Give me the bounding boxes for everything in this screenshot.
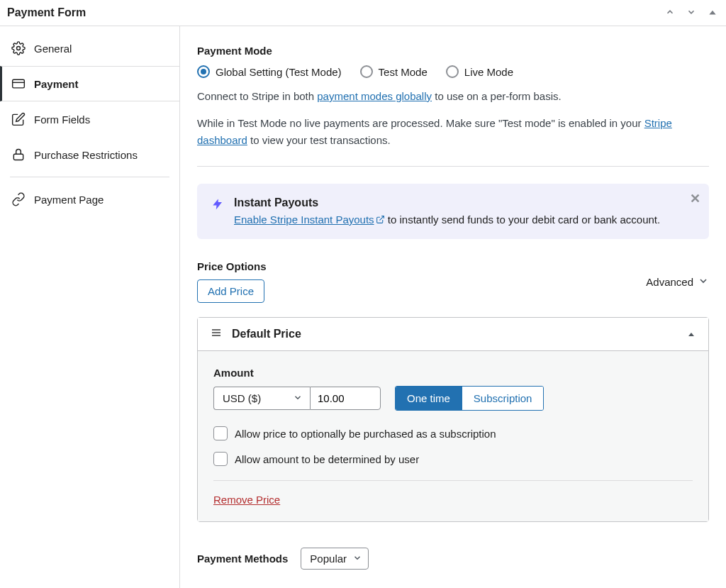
notice-body: Instant Payouts Enable Stripe Instant Pa… (234, 196, 695, 226)
payment-mode-label: Payment Mode (197, 45, 709, 57)
layout: General Payment Form Fields Purchase Res… (0, 26, 726, 588)
radio-label: Global Setting (Test Mode) (216, 66, 342, 78)
one-time-button[interactable]: One time (396, 387, 462, 410)
advanced-toggle[interactable]: Advanced (646, 275, 709, 289)
price-options-left: Price Options Add Price (197, 260, 267, 303)
instant-payouts-notice: ✕ Instant Payouts Enable Stripe Instant … (197, 184, 709, 239)
radio-icon (197, 65, 210, 78)
sidebar-divider (10, 177, 169, 177)
currency-amount-group: USD ($) (213, 387, 381, 410)
divider (197, 166, 709, 167)
svg-point-1 (17, 47, 21, 50)
payment-methods-row: Payment Methods Popular (197, 548, 709, 570)
radio-label: Test Mode (379, 66, 428, 78)
remove-price-link[interactable]: Remove Price (213, 494, 280, 506)
svg-marker-9 (688, 333, 694, 336)
panel-header-actions (665, 7, 717, 19)
allow-subscription-checkbox-row[interactable]: Allow price to optionally be purchased a… (213, 426, 693, 440)
add-price-button[interactable]: Add Price (197, 279, 264, 303)
price-card-header[interactable]: Default Price (198, 318, 708, 351)
content: Payment Mode Global Setting (Test Mode) … (180, 26, 726, 588)
svg-line-5 (379, 216, 384, 221)
sidebar: General Payment Form Fields Purchase Res… (0, 26, 180, 588)
help-suffix: to use on a per-form basis. (432, 90, 562, 102)
external-link-icon (376, 214, 385, 226)
drag-handle-icon[interactable] (211, 328, 222, 340)
sidebar-item-payment-page[interactable]: Payment Page (0, 182, 179, 217)
edit-icon (11, 112, 26, 126)
gear-icon (11, 41, 26, 55)
currency-value: USD ($) (223, 392, 261, 404)
sidebar-item-purchase-restrictions[interactable]: Purchase Restrictions (0, 137, 179, 172)
notice-text: Enable Stripe Instant Payouts to instant… (234, 213, 695, 226)
amount-label: Amount (213, 367, 693, 379)
sidebar-item-general[interactable]: General (0, 30, 179, 66)
chevron-down-icon (293, 392, 303, 404)
svg-marker-0 (709, 10, 715, 14)
radio-global-setting[interactable]: Global Setting (Test Mode) (197, 65, 342, 78)
panel-title: Payment Form (7, 6, 86, 19)
price-options-header: Price Options Add Price Advanced (197, 260, 709, 303)
price-card-header-left: Default Price (211, 328, 301, 340)
price-card-title: Default Price (232, 328, 301, 340)
sidebar-item-label: Purchase Restrictions (34, 149, 138, 161)
radio-label: Live Mode (464, 66, 513, 78)
payment-methods-select[interactable]: Popular (301, 548, 369, 570)
notice-title: Instant Payouts (234, 196, 695, 209)
billing-type-toggle: One time Subscription (395, 386, 544, 411)
lock-icon (11, 148, 26, 162)
radio-live-mode[interactable]: Live Mode (446, 65, 513, 78)
price-card-body: Amount USD ($) One time Subscrip (198, 351, 708, 521)
sidebar-item-payment[interactable]: Payment (0, 66, 179, 101)
payment-methods-label: Payment Methods (197, 553, 288, 565)
sidebar-item-label: Form Fields (34, 113, 90, 126)
radio-test-mode[interactable]: Test Mode (360, 65, 428, 78)
payment-modes-link[interactable]: payment modes globally (317, 90, 432, 102)
subscription-button[interactable]: Subscription (462, 387, 544, 410)
close-icon[interactable]: ✕ (690, 191, 700, 206)
amount-row: USD ($) One time Subscription (213, 386, 693, 411)
chevron-down-icon (698, 275, 709, 289)
note-prefix: While in Test Mode no live payments are … (197, 117, 644, 129)
chevron-up-icon[interactable] (665, 7, 675, 19)
note-suffix: to view your test transactions. (247, 134, 391, 146)
help-prefix: Connect to Stripe in both (197, 90, 317, 102)
link-icon (11, 192, 26, 206)
payment-methods-value: Popular (310, 553, 347, 565)
currency-select[interactable]: USD ($) (213, 387, 310, 410)
checkbox-label: Allow amount to be determined by user (235, 453, 419, 465)
price-options-label: Price Options (197, 260, 267, 272)
sidebar-item-label: General (34, 43, 72, 55)
collapse-icon[interactable] (687, 328, 696, 340)
panel-header: Payment Form (0, 0, 726, 26)
radio-icon (360, 65, 373, 78)
checkbox-label: Allow price to optionally be purchased a… (235, 428, 496, 440)
allow-user-amount-checkbox-row[interactable]: Allow amount to be determined by user (213, 452, 693, 466)
test-mode-note: While in Test Mode no live payments are … (197, 115, 709, 149)
default-price-card: Default Price Amount USD ($) (197, 317, 709, 522)
payment-mode-radio-group: Global Setting (Test Mode) Test Mode Liv… (197, 65, 709, 78)
credit-card-icon (11, 77, 26, 91)
lightning-icon (211, 198, 225, 226)
sidebar-item-label: Payment Page (34, 194, 104, 206)
svg-rect-2 (13, 79, 25, 88)
enable-instant-payouts-link[interactable]: Enable Stripe Instant Payouts (234, 213, 385, 226)
chevron-down-icon (352, 553, 362, 565)
link-text: Enable Stripe Instant Payouts (234, 213, 374, 226)
checkbox-icon (213, 426, 228, 440)
sidebar-item-form-fields[interactable]: Form Fields (0, 101, 179, 137)
advanced-label: Advanced (646, 276, 693, 288)
divider (213, 480, 693, 481)
radio-icon (446, 65, 459, 78)
collapse-panel-icon[interactable] (708, 7, 717, 19)
amount-input[interactable] (310, 387, 381, 410)
chevron-down-icon[interactable] (686, 7, 696, 19)
svg-rect-4 (13, 154, 23, 160)
sidebar-item-label: Payment (34, 78, 79, 90)
notice-suffix: to instantly send funds to your debit ca… (385, 213, 661, 226)
payment-mode-help: Connect to Stripe in both payment modes … (197, 88, 709, 105)
checkbox-icon (213, 452, 228, 466)
